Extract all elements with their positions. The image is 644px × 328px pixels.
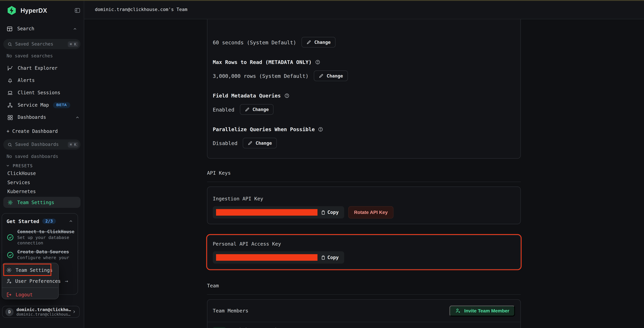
page-title: dominic.tran@clickhouse.com's Team	[95, 7, 187, 12]
presets-label: PRESETS	[13, 163, 33, 168]
team-section-heading: Team	[207, 283, 521, 289]
chart-explorer-icon	[7, 65, 13, 71]
preset-item-clickhouse[interactable]: ClickHouse	[0, 169, 84, 178]
menu-item-user-preferences[interactable]: User Preferences	[2, 276, 58, 287]
presets-toggle[interactable]: PRESETS	[6, 162, 84, 169]
pencil-icon	[306, 40, 311, 45]
field-metadata-heading-row: Field Metadata Queries	[213, 92, 515, 99]
preset-label: Services	[8, 179, 30, 185]
beta-badge: BETA	[53, 102, 70, 108]
menu-item-team-settings[interactable]: Team Settings	[2, 264, 58, 275]
setting-heading: Field Metadata Queries	[213, 92, 281, 99]
sidebar-item-client-sessions[interactable]: Client Sessions	[0, 86, 84, 99]
member-name: dominic.tran@clickhouse.com	[230, 327, 310, 328]
sidebar-item-label: Dashboards	[18, 114, 46, 120]
progress-badge: 2/3	[42, 218, 56, 224]
change-button[interactable]: Change	[240, 104, 274, 115]
check-circle-icon	[6, 234, 14, 241]
rotate-api-key-button[interactable]: Rotate API Key	[348, 206, 394, 218]
clipboard-icon	[321, 255, 326, 260]
preset-label: ClickHouse	[8, 170, 36, 176]
get-started-title: Get Started	[6, 218, 39, 224]
sidebar-item-alerts[interactable]: Alerts	[0, 74, 84, 86]
pencil-icon	[319, 73, 324, 78]
get-started-step-datasources[interactable]: Create Data Sources Configure where your	[6, 249, 73, 260]
get-started-header[interactable]: Get Started 2/3	[6, 218, 73, 225]
sidebar-item-label: Client Sessions	[18, 90, 60, 95]
sidebar-item-team-settings[interactable]: Team Settings	[3, 197, 80, 208]
shortcut-badge: ⌘ K	[68, 142, 78, 148]
setting-value: 60 seconds (System Default)	[213, 39, 296, 45]
main-area: dominic.tran@clickhouse.com's Team 60 se…	[84, 0, 644, 328]
ingestion-key-label: Ingestion API Key	[213, 196, 515, 202]
saved-searches-input[interactable]: Saved Searches ⌘ K	[3, 39, 80, 49]
personal-key-label: Personal API Access Key	[213, 241, 515, 247]
parallelize-value-row: Disabled Change	[213, 138, 515, 149]
invite-team-member-button[interactable]: Invite Team Member	[450, 305, 515, 316]
field-metadata-value-row: Enabled Change	[213, 104, 515, 115]
sidebar: HyperDX Search Saved Searches ⌘ K	[0, 0, 84, 328]
setting-heading: Parallelize Queries When Possible	[213, 126, 315, 132]
preset-item-kubernetes[interactable]: Kubernetes	[0, 187, 84, 196]
chevron-up-icon	[69, 219, 73, 223]
app-root: HyperDX Search Saved Searches ⌘ K	[0, 0, 644, 328]
query-timeout-row: 60 seconds (System Default) Change	[213, 37, 515, 48]
section-divider	[207, 182, 521, 182]
create-dashboard-button[interactable]: + Create Dashboard	[0, 126, 84, 137]
redacted-key-bar	[216, 254, 318, 261]
get-started-next-arrow[interactable]: →	[65, 278, 68, 284]
sidebar-item-label: Team Settings	[17, 199, 54, 205]
change-button[interactable]: Change	[302, 37, 336, 48]
parallelize-heading-row: Parallelize Queries When Possible	[213, 126, 515, 133]
gear-icon	[6, 267, 12, 273]
hyperdx-logo-icon	[6, 5, 17, 15]
no-saved-searches-text: No saved searches	[6, 53, 84, 59]
section-divider	[207, 294, 521, 295]
help-circle-icon[interactable]	[284, 93, 289, 98]
logout-icon	[6, 292, 12, 297]
chevron-up-icon	[75, 115, 80, 120]
preset-item-services[interactable]: Services	[0, 178, 84, 187]
sidebar-item-service-map[interactable]: Service Map BETA	[0, 99, 84, 111]
setting-value: 3,000,000 rows (System Default)	[213, 73, 308, 79]
menu-item-logout[interactable]: Logout	[2, 289, 58, 300]
logo-row: HyperDX	[3, 4, 80, 16]
settings-scroll-area[interactable]: 60 seconds (System Default) Change Max R…	[84, 19, 644, 328]
copy-button[interactable]: Copy	[321, 255, 339, 260]
max-rows-heading-row: Max Rows to Read (METADATA ONLY)	[213, 59, 515, 65]
dashboards-icon	[7, 114, 13, 120]
copy-button[interactable]: Copy	[321, 209, 339, 215]
user-account-chip[interactable]: D dominic.tran@clickho… dominic.tran@cli…	[2, 306, 80, 318]
change-label: Change	[256, 141, 272, 146]
chevron-down-icon	[6, 164, 10, 167]
sidebar-item-label: Chart Explorer	[18, 65, 58, 71]
help-circle-icon[interactable]	[315, 59, 320, 64]
copy-label: Copy	[327, 209, 338, 215]
sidebar-item-chart-explorer[interactable]: Chart Explorer	[0, 62, 84, 74]
saved-dashboards-input[interactable]: Saved Dashboards ⌘ K	[3, 140, 80, 150]
saved-dashboards-placeholder: Saved Dashboards	[15, 142, 68, 147]
change-button[interactable]: Change	[243, 138, 277, 149]
sidebar-item-label: Service Map	[18, 102, 49, 108]
preset-label: Kubernetes	[8, 188, 36, 194]
change-button[interactable]: Change	[314, 71, 348, 81]
team-members-label: Team Members	[213, 308, 248, 314]
sidebar-collapse-icon	[74, 7, 80, 13]
help-circle-icon[interactable]	[318, 126, 323, 132]
no-saved-dashboards-text: No saved dashboards	[6, 154, 84, 160]
account-menu-popup: Team Settings User Preferences Logout	[2, 263, 59, 299]
sidebar-collapse-button[interactable]	[74, 7, 80, 13]
sidebar-nav: Chart Explorer Alerts Client Sessions Se…	[0, 62, 84, 123]
team-member-row: You dominic.tran@clickhouse.com dominic.…	[208, 322, 520, 328]
ingestion-api-key-card: Ingestion API Key Copy Rotate API Key	[207, 186, 521, 224]
step-desc: connection	[17, 240, 74, 245]
sidebar-section-search[interactable]: Search	[3, 23, 80, 34]
menu-item-label: User Preferences	[15, 278, 61, 284]
step-desc: Set up your database	[17, 235, 74, 240]
chevron-right-icon	[72, 310, 76, 314]
sidebar-item-dashboards[interactable]: Dashboards	[0, 111, 84, 123]
window-top-line	[0, 0, 644, 1]
avatar: D	[5, 308, 14, 316]
check-circle-icon	[6, 251, 14, 259]
get-started-step-connect[interactable]: Connect to ClickHouse Set up your databa…	[6, 229, 73, 246]
